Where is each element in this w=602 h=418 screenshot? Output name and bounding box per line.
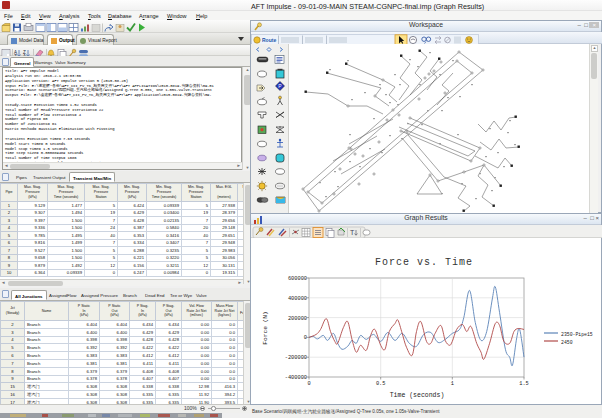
svg-text:-200000: -200000 [285, 355, 307, 361]
svg-text:400000: 400000 [288, 296, 307, 302]
svg-text:1.5: 1.5 [519, 381, 529, 387]
svg-text:0: 0 [304, 335, 307, 341]
svg-text:Force (N): Force (N) [262, 311, 269, 344]
svg-text:600000: 600000 [288, 276, 307, 282]
svg-text:200000: 200000 [288, 316, 307, 322]
svg-text:-400000: -400000 [285, 375, 307, 381]
svg-text:2450: 2450 [561, 340, 573, 345]
svg-text:Time (seconds): Time (seconds) [390, 392, 445, 399]
svg-text:1: 1 [451, 381, 454, 387]
svg-text:Force vs. Time: Force vs. Time [375, 257, 473, 268]
svg-text:0.5: 0.5 [376, 381, 386, 387]
svg-text:T: T [350, 229, 355, 236]
svg-text:Route: Route [262, 37, 276, 43]
svg-text:2350-Pipe15: 2350-Pipe15 [561, 332, 593, 337]
svg-text:0: 0 [307, 381, 310, 387]
